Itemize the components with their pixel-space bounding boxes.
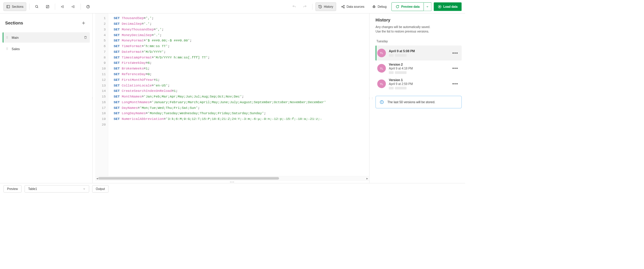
history-version-item[interactable]: TL Version 2 April 9 at 4:18 PM ••• xyxy=(376,61,462,76)
history-panel: History Any changes will be automaticall… xyxy=(372,13,465,183)
output-tab-button[interactable]: Output xyxy=(92,185,109,193)
history-resize-handle[interactable]: ⋮⋮ xyxy=(369,13,372,183)
drag-handle-icon[interactable] xyxy=(6,36,9,39)
history-item-title: April 9 at 5:08 PM xyxy=(389,49,448,53)
avatar: TL xyxy=(377,64,386,72)
sections-toggle-label: Sections xyxy=(12,5,24,8)
sections-toggle-button[interactable]: Sections xyxy=(4,2,26,11)
search-icon xyxy=(35,5,39,9)
outdent-button[interactable] xyxy=(69,2,78,11)
scrollbar-thumb[interactable] xyxy=(98,177,279,180)
comment-toggle-button[interactable] xyxy=(43,2,52,11)
load-data-button[interactable]: Load data xyxy=(434,2,462,11)
bottom-bar: Preview Table1 Output xyxy=(0,183,465,194)
svg-line-5 xyxy=(47,6,48,7)
svg-point-30 xyxy=(7,36,8,37)
debug-button[interactable]: Debug xyxy=(369,2,389,11)
redo-icon xyxy=(303,5,307,9)
plus-icon xyxy=(81,21,86,25)
history-item-title: Version 1 xyxy=(389,78,448,82)
code-line: SET CollationLocale='en-US'; xyxy=(114,83,369,88)
delete-section-button[interactable] xyxy=(84,36,87,39)
svg-point-14 xyxy=(341,6,342,7)
avatar: TL xyxy=(377,49,386,57)
svg-point-36 xyxy=(7,48,8,48)
history-button[interactable]: History xyxy=(315,2,336,11)
history-item-title: Version 2 xyxy=(389,63,448,66)
history-item-user xyxy=(389,71,448,74)
code-line: SET MoneyFormat='$ ###0.00;-$ ###0.00'; xyxy=(114,38,369,44)
table-select-placeholder: Table1 xyxy=(28,187,37,191)
code-line: SET TimestampFormat='M/D/YYYY h:mm:ss[.f… xyxy=(114,55,369,60)
bug-icon xyxy=(372,5,376,9)
code-editor[interactable]: SET ThousandSep=',';SET DecimalSep='.';S… xyxy=(108,13,369,176)
svg-point-40 xyxy=(7,49,8,50)
preview-data-button[interactable]: Preview data xyxy=(391,2,424,11)
line-number-gutter: 1234567891011121314151617181920 xyxy=(95,13,108,176)
sidebar-resize-handle[interactable]: ⋮⋮ xyxy=(93,13,95,183)
svg-point-35 xyxy=(6,48,7,48)
editor-resize-handle[interactable]: ══ xyxy=(95,180,369,183)
add-section-button[interactable] xyxy=(80,19,87,27)
history-desc-1: Any changes will be automatically saved. xyxy=(376,25,462,29)
code-line: SET TimeFormat='h:mm:ss TT'; xyxy=(114,44,369,49)
horizontal-scrollbar[interactable]: ◀ ▶ xyxy=(95,176,369,180)
chevron-down-icon xyxy=(426,5,429,8)
history-day-label: Tuesday xyxy=(376,39,462,43)
code-line: SET CreateSearchIndexOnReload=1; xyxy=(114,88,369,94)
outdent-icon xyxy=(71,5,75,9)
table-select-dropdown[interactable]: Table1 xyxy=(24,185,89,193)
svg-point-32 xyxy=(7,37,8,38)
section-item-main[interactable]: Main xyxy=(3,32,90,43)
section-item-sales[interactable]: Sales xyxy=(3,44,90,54)
preview-tab-button[interactable]: Preview xyxy=(4,185,22,193)
code-line: SET FirstMonthOfYear=1; xyxy=(114,77,369,83)
info-icon xyxy=(380,100,384,104)
code-line: SET MoneyThousandSep=','; xyxy=(114,27,369,33)
scroll-right-arrow[interactable]: ▶ xyxy=(366,177,369,180)
svg-point-13 xyxy=(88,7,88,7)
svg-line-23 xyxy=(375,7,375,7)
svg-point-37 xyxy=(6,49,7,49)
output-tab-label: Output xyxy=(96,187,105,191)
code-line: SET FirstWeekDay=6; xyxy=(114,60,369,66)
history-item-more-button[interactable]: ••• xyxy=(451,65,459,72)
link-icon xyxy=(341,5,345,9)
divider xyxy=(80,4,81,10)
comment-icon xyxy=(46,5,49,9)
history-item-more-button[interactable]: ••• xyxy=(451,81,459,87)
code-line: SET NumericalAbbreviation='3:k;6:M;9:G;1… xyxy=(114,116,369,122)
indent-button[interactable] xyxy=(58,2,67,11)
code-editor-pane: 1234567891011121314151617181920 SET Thou… xyxy=(95,13,369,183)
play-icon xyxy=(438,5,442,9)
svg-line-20 xyxy=(373,6,373,7)
svg-point-43 xyxy=(382,101,382,101)
help-button[interactable] xyxy=(84,2,92,11)
code-line: SET BrokenWeeks=1; xyxy=(114,66,369,72)
divider xyxy=(312,4,312,10)
redo-button[interactable] xyxy=(301,2,309,11)
drag-handle-icon[interactable] xyxy=(6,47,9,50)
history-item-user xyxy=(389,54,448,57)
history-version-item[interactable]: TL Version 1 April 9 at 2:59 PM ••• xyxy=(376,76,462,92)
history-desc-2: Use the list to restore previous version… xyxy=(376,29,462,34)
history-item-sub: April 9 at 4:18 PM xyxy=(389,67,448,70)
chevron-down-icon xyxy=(83,188,86,190)
data-sources-button[interactable]: Data sources xyxy=(338,2,367,11)
history-item-more-button[interactable]: ••• xyxy=(451,50,459,56)
indent-icon xyxy=(61,5,64,9)
history-item-sub: April 9 at 2:59 PM xyxy=(389,82,448,86)
undo-button[interactable] xyxy=(290,2,298,11)
history-title: History xyxy=(376,18,462,23)
svg-point-39 xyxy=(6,49,7,50)
panel-icon xyxy=(6,5,10,9)
preview-data-dropdown-button[interactable] xyxy=(424,2,431,11)
svg-line-21 xyxy=(375,6,375,7)
code-line: SET LongMonthNames='January;February;Mar… xyxy=(114,100,369,105)
load-data-label: Load data xyxy=(443,5,458,8)
svg-point-29 xyxy=(6,36,7,37)
help-icon xyxy=(86,5,90,9)
search-button[interactable] xyxy=(32,2,41,11)
sections-title: Sections xyxy=(5,21,23,26)
history-version-item[interactable]: TL April 9 at 5:08 PM ••• xyxy=(376,45,462,61)
